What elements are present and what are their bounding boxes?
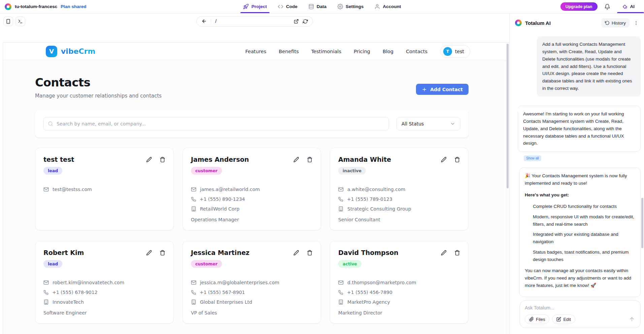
edit-contact-icon[interactable] xyxy=(146,250,152,256)
status-filter-select[interactable]: All Status xyxy=(396,117,460,131)
history-button[interactable]: History xyxy=(601,18,630,28)
page-title: Contacts xyxy=(35,76,162,89)
building-icon xyxy=(43,299,49,305)
chat-input[interactable] xyxy=(525,305,636,310)
refresh-icon[interactable] xyxy=(303,19,308,24)
contact-card: David Thompson active d.thompson@marketp… xyxy=(330,241,469,324)
contact-phone: +1 (555) 890-1234 xyxy=(200,196,245,202)
site-nav-testimonials[interactable]: Testimonials xyxy=(311,49,341,54)
send-message-button[interactable] xyxy=(628,316,636,323)
open-external-icon[interactable] xyxy=(294,19,299,24)
site-nav-benefits[interactable]: Benefits xyxy=(279,49,299,54)
contact-phone: +1 (555) 789-0123 xyxy=(347,196,392,202)
back-arrow-icon[interactable] xyxy=(201,18,207,24)
status-badge: lead xyxy=(43,260,62,268)
database-icon xyxy=(308,4,314,9)
ai-panel: Totalum AI History Add a full working Co… xyxy=(509,13,644,334)
user-message-bubble: Add a full working Contacts Management s… xyxy=(537,36,641,97)
add-contact-button[interactable]: Add Contact xyxy=(416,84,469,95)
search-box xyxy=(43,117,389,131)
delete-contact-icon[interactable] xyxy=(307,157,313,162)
contact-name: James Anderson xyxy=(191,156,249,163)
chevron-down-icon xyxy=(450,121,455,126)
contact-position: Marketing Director xyxy=(338,310,382,316)
mail-icon xyxy=(43,280,49,285)
phone-icon xyxy=(338,290,343,295)
contact-company: MarketPro Agency xyxy=(347,299,390,305)
vibecrm-brand-name: vibeCrm xyxy=(61,47,95,55)
tab-ai[interactable]: AI xyxy=(617,0,640,13)
mail-icon xyxy=(338,280,344,285)
contact-position: VP of Sales xyxy=(191,310,217,316)
status-badge: customer xyxy=(191,260,222,268)
tab-code[interactable]: Code xyxy=(272,0,303,13)
edit-contact-icon[interactable] xyxy=(293,250,299,256)
chat-scrollbar-thumb[interactable] xyxy=(641,198,643,248)
url-path[interactable]: / xyxy=(215,18,290,24)
site-nav-features[interactable]: Features xyxy=(245,49,266,54)
history-icon xyxy=(605,21,610,25)
ai-feature-item: Modern, responsive UI with modals for cr… xyxy=(533,213,635,228)
delete-contact-icon[interactable] xyxy=(454,157,460,162)
site-nav-contacts[interactable]: Contacts xyxy=(406,49,427,54)
site-nav-pricing[interactable]: Pricing xyxy=(354,49,370,54)
project-name: tu-totalum-francesc xyxy=(15,4,57,9)
tab-project[interactable]: Project xyxy=(237,0,272,13)
mail-icon xyxy=(191,280,196,285)
upgrade-plan-button[interactable]: Upgrade plan xyxy=(560,2,598,11)
status-badge: lead xyxy=(43,167,62,175)
plan-shared-link[interactable]: Plan shared xyxy=(61,4,87,9)
search-input[interactable] xyxy=(57,121,384,126)
contact-card: James Anderson customer james.a@retailwo… xyxy=(183,148,321,230)
contact-company: InnovateTech xyxy=(53,299,84,305)
contacts-grid: test test lead test@testss.com James And… xyxy=(35,148,469,324)
edit-button[interactable]: Edit xyxy=(552,314,575,324)
app-top-bar: tu-totalum-francesc Plan shared ProjectC… xyxy=(0,0,644,13)
status-badge: active xyxy=(338,260,361,268)
tab-data[interactable]: Data xyxy=(303,0,332,13)
status-badge: customer xyxy=(191,167,222,175)
delete-contact-icon[interactable] xyxy=(160,157,165,162)
kebab-menu-icon[interactable] xyxy=(633,20,639,26)
totalum-logo-icon xyxy=(5,3,11,10)
user-menu-button[interactable]: T test xyxy=(440,45,470,58)
edit-contact-icon[interactable] xyxy=(293,157,299,162)
phone-icon xyxy=(43,290,49,295)
ai-message-intro: 🎉 Your Contacts Management system is now… xyxy=(525,172,635,187)
contact-email: test@testss.com xyxy=(53,187,92,192)
mobile-view-button[interactable] xyxy=(3,16,13,26)
tab-settings[interactable]: Settings xyxy=(332,0,369,13)
preview-scrollbar-thumb[interactable] xyxy=(507,44,509,188)
phone-icon xyxy=(191,197,196,202)
contact-name: Robert Kim xyxy=(43,249,84,256)
page-subtitle: Manage your customer relationships and c… xyxy=(35,93,162,99)
vibecrm-logo: V xyxy=(46,46,57,57)
show-all-button[interactable]: Show all xyxy=(524,155,541,161)
edit-contact-icon[interactable] xyxy=(441,250,447,256)
contact-company: Global Enterprises Ltd xyxy=(200,299,252,305)
ai-feature-item: Complete CRUD functionality for contacts xyxy=(533,203,635,210)
mail-icon xyxy=(191,187,196,192)
delete-contact-icon[interactable] xyxy=(307,250,313,256)
delete-contact-icon[interactable] xyxy=(454,250,460,256)
site-nav-blog[interactable]: Blog xyxy=(383,49,393,54)
preview-scrollbar xyxy=(506,43,509,334)
edit-contact-icon[interactable] xyxy=(441,157,447,162)
chat-messages: Add a full working Contacts Management s… xyxy=(510,30,644,297)
contact-email: james.a@retailworld.com xyxy=(200,187,260,192)
ai-sparkle-icon xyxy=(622,4,628,10)
edit-contact-icon[interactable] xyxy=(146,157,152,162)
notifications-bell-icon[interactable] xyxy=(604,4,610,10)
totalum-ai-logo-icon xyxy=(515,20,522,26)
contact-phone: +1 (555) 456-7890 xyxy=(347,290,392,295)
gear-icon xyxy=(337,4,343,9)
contact-card: Robert Kim lead robert.kim@innovatetech.… xyxy=(35,241,174,324)
terminal-button[interactable] xyxy=(15,16,25,26)
files-button[interactable]: Files xyxy=(525,314,549,324)
building-icon xyxy=(191,299,196,305)
contact-name: Amanda White xyxy=(338,156,391,163)
ai-message-bubble-2: 🎉 Your Contacts Management system is now… xyxy=(519,168,641,297)
tab-account[interactable]: Account xyxy=(369,0,407,13)
contacts-page: Contacts Manage your customer relationsh… xyxy=(3,60,509,334)
delete-contact-icon[interactable] xyxy=(160,250,165,256)
